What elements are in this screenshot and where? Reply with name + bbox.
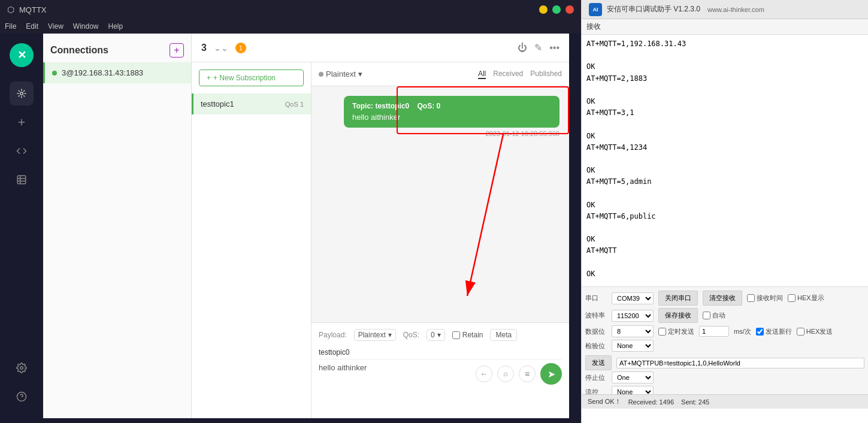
sidebar-item-connections[interactable] [10, 81, 34, 105]
chevron-down-icon: ▾ [358, 70, 362, 78]
publish-toolbar: Payload: Plaintext ▾ QoS: 0 ▾ Retain Met… [319, 329, 562, 341]
scheduled-checkbox[interactable]: 定时发送 [658, 327, 694, 336]
messages-toolbar: Plaintext ▾ All Received Published [311, 62, 569, 86]
stop-label: 停止位 [585, 373, 607, 382]
right-panel-url: www.ai-thinker.com [707, 6, 764, 13]
sidebar-item-script[interactable] [10, 139, 34, 163]
recv-time-check[interactable] [747, 294, 755, 302]
svg-line-11 [467, 134, 503, 296]
power-icon[interactable]: ⏻ [518, 43, 527, 53]
plaintext-label: Plaintext [326, 70, 356, 78]
add-connection-button[interactable]: + [170, 43, 184, 58]
data-row: 数据位 8 定时发送 ms/次 发送新行 HEX发送 [585, 325, 864, 337]
connection-status-dot [52, 71, 57, 75]
close-port-button[interactable]: 关闭串口 [658, 291, 698, 306]
clear-button[interactable]: ○ [497, 365, 514, 382]
menu-help[interactable]: Help [108, 22, 123, 31]
menu-view[interactable]: View [48, 22, 63, 31]
minimize-button[interactable]: — [539, 5, 548, 14]
data-select[interactable]: 8 [612, 325, 654, 337]
recv-time-checkbox[interactable]: 接收时间 [747, 294, 783, 303]
app-icon: ⬡ [7, 5, 14, 14]
more-icon[interactable]: ••• [549, 43, 559, 53]
send-button[interactable]: ➤ [540, 363, 562, 385]
svg-rect-3 [17, 176, 26, 184]
plaintext-selector[interactable]: Plaintext ▾ [319, 70, 362, 78]
tab-all[interactable]: All [478, 70, 486, 79]
tab-received[interactable]: Received [493, 70, 523, 79]
connections-panel: Connections + 3@192.168.31.43:1883 [43, 34, 192, 418]
auto-check[interactable] [703, 312, 710, 319]
baud-row: 波特率 115200 保存接收 自动 [585, 308, 864, 323]
send-input[interactable] [616, 358, 864, 368]
app-title: MQTTX [19, 5, 47, 14]
auto-checkbox[interactable]: 自动 [703, 311, 725, 320]
payload-label: Payload: [319, 331, 347, 339]
newline-checkbox[interactable]: 发送新行 [756, 327, 792, 336]
parity-row: 检验位 None [585, 340, 864, 352]
plus-icon: + [207, 74, 211, 82]
red-arrow [311, 122, 563, 322]
sidebar-item-settings[interactable] [10, 356, 34, 380]
publish-topic: testtopic0 [319, 346, 562, 359]
topic-item[interactable]: testtopic1 QoS 1 [192, 93, 311, 114]
receive-text: AT+MQTT=1,192.168.31.43 OK AT+MQTT=2,188… [586, 38, 863, 286]
publish-text[interactable]: hello aithinker [319, 363, 476, 372]
qos-label: QoS: [403, 331, 419, 339]
menu-edit[interactable]: Edit [26, 22, 38, 31]
toolbar-right: ⏻ ✎ ••• [518, 42, 559, 53]
maximize-button[interactable]: □ [552, 5, 561, 14]
sidebar: ✕ [0, 34, 43, 418]
message-tabs: All Received Published [478, 70, 562, 79]
port-select[interactable]: COM39 [612, 292, 654, 304]
app-logo: ✕ [10, 43, 34, 67]
received-status: Received: 1496 [628, 398, 674, 406]
sidebar-item-help[interactable] [10, 385, 34, 409]
port-label: 串口 [585, 294, 607, 303]
right-controls: 串口 COM39 关闭串口 清空接收 接收时间 HEX显示 波特率 115200… [582, 286, 868, 394]
edit-icon[interactable]: ✎ [534, 42, 542, 53]
newline-check[interactable] [756, 328, 764, 336]
status-bar: Send OK！ Received: 1496 Sent: 245 [582, 394, 868, 409]
scheduled-check[interactable] [658, 328, 666, 336]
right-panel: AI 安信可串口调试助手 V1.2.3.0 www.ai-thinker.com… [581, 0, 868, 423]
publish-area: Payload: Plaintext ▾ QoS: 0 ▾ Retain Met… [311, 322, 569, 418]
connection-item[interactable]: 3@192.168.31.43:1883 [43, 62, 191, 83]
menu-file[interactable]: File [5, 22, 16, 31]
baud-select[interactable]: 115200 [612, 310, 654, 322]
connections-title: Connections [50, 45, 108, 56]
clear-receive-button[interactable]: 清空接收 [703, 291, 742, 306]
message-bubble: Topic: testtopic0 QoS: 0 hello aithinker [344, 96, 559, 128]
parity-select[interactable]: None [612, 340, 654, 352]
new-subscription-button[interactable]: + + New Subscription [199, 70, 304, 86]
hex-recv-checkbox[interactable]: HEX显示 [788, 294, 824, 303]
format-button[interactable]: ≡ [519, 365, 536, 382]
subscribe-area: + + New Subscription testtopic1 QoS 1 Pl… [192, 62, 569, 418]
payload-type-selector[interactable]: Plaintext ▾ [354, 329, 396, 341]
close-button[interactable]: ✕ [565, 5, 574, 14]
message-topic: Topic: testtopic0 QoS: 0 [352, 102, 551, 110]
tab-published[interactable]: Published [530, 70, 562, 79]
retain-checkbox[interactable]: Retain [452, 331, 483, 339]
ai-thinker-logo: AI [589, 3, 602, 16]
stop-row: 停止位 One [585, 371, 864, 383]
stop-select[interactable]: One [612, 371, 654, 383]
sidebar-item-logs[interactable] [10, 168, 34, 192]
send-serial-button[interactable]: 发送 [585, 355, 612, 370]
send-ok-status: Send OK！ [588, 397, 621, 406]
sidebar-item-add[interactable] [10, 110, 34, 134]
hex-send-check[interactable] [797, 328, 805, 336]
hex-send-checkbox[interactable]: HEX发送 [797, 327, 833, 336]
filter-icon[interactable]: ⌄⌄ [214, 43, 228, 53]
connection-number: 3 [201, 43, 207, 53]
payload-type-label: Plaintext [358, 331, 386, 339]
save-receive-button[interactable]: 保存接收 [658, 308, 698, 323]
retain-check-input[interactable] [452, 331, 460, 339]
back-button[interactable]: ← [476, 365, 492, 382]
hex-recv-check[interactable] [788, 294, 796, 302]
menu-window[interactable]: Window [73, 22, 99, 31]
ms-input[interactable] [699, 326, 729, 337]
baud-label: 波特率 [585, 311, 607, 320]
qos-selector[interactable]: 0 ▾ [427, 329, 445, 341]
meta-button[interactable]: Meta [490, 329, 517, 341]
